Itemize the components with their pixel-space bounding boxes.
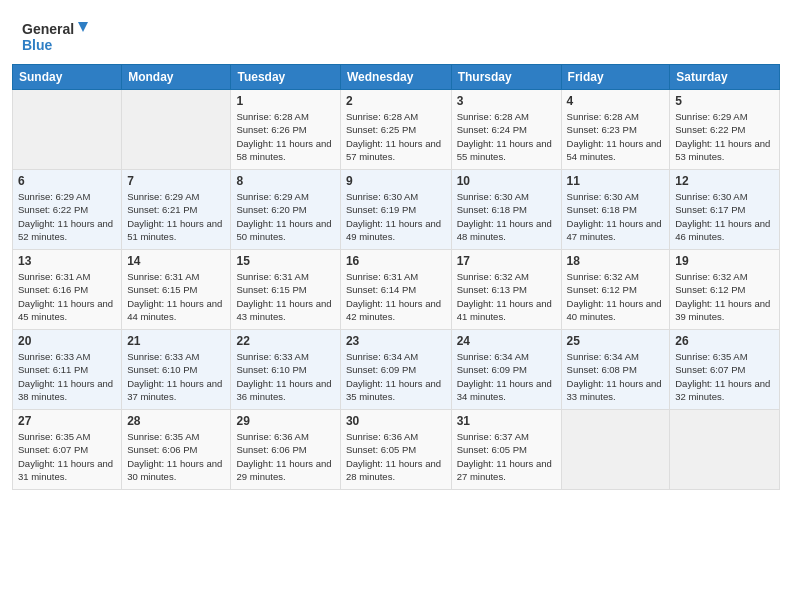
- calendar-cell-3-6: 26Sunrise: 6:35 AMSunset: 6:07 PMDayligh…: [670, 330, 780, 410]
- day-number: 4: [567, 94, 665, 108]
- day-info: Sunrise: 6:29 AMSunset: 6:20 PMDaylight:…: [236, 190, 334, 243]
- week-row-2: 13Sunrise: 6:31 AMSunset: 6:16 PMDayligh…: [13, 250, 780, 330]
- day-info: Sunrise: 6:34 AMSunset: 6:09 PMDaylight:…: [346, 350, 446, 403]
- calendar-cell-0-2: 1Sunrise: 6:28 AMSunset: 6:26 PMDaylight…: [231, 90, 340, 170]
- calendar-cell-0-5: 4Sunrise: 6:28 AMSunset: 6:23 PMDaylight…: [561, 90, 670, 170]
- day-info: Sunrise: 6:33 AMSunset: 6:10 PMDaylight:…: [127, 350, 225, 403]
- page: General Blue SundayMondayTuesdayWednesda…: [0, 0, 792, 612]
- calendar-cell-4-6: [670, 410, 780, 490]
- day-info: Sunrise: 6:28 AMSunset: 6:23 PMDaylight:…: [567, 110, 665, 163]
- calendar-cell-4-2: 29Sunrise: 6:36 AMSunset: 6:06 PMDayligh…: [231, 410, 340, 490]
- calendar-cell-0-6: 5Sunrise: 6:29 AMSunset: 6:22 PMDaylight…: [670, 90, 780, 170]
- day-info: Sunrise: 6:31 AMSunset: 6:14 PMDaylight:…: [346, 270, 446, 323]
- day-number: 17: [457, 254, 556, 268]
- calendar-cell-4-0: 27Sunrise: 6:35 AMSunset: 6:07 PMDayligh…: [13, 410, 122, 490]
- calendar-cell-3-0: 20Sunrise: 6:33 AMSunset: 6:11 PMDayligh…: [13, 330, 122, 410]
- day-number: 27: [18, 414, 116, 428]
- calendar-cell-4-1: 28Sunrise: 6:35 AMSunset: 6:06 PMDayligh…: [122, 410, 231, 490]
- day-info: Sunrise: 6:34 AMSunset: 6:08 PMDaylight:…: [567, 350, 665, 403]
- weekday-header-friday: Friday: [561, 65, 670, 90]
- day-number: 8: [236, 174, 334, 188]
- svg-marker-2: [78, 22, 88, 32]
- day-number: 29: [236, 414, 334, 428]
- day-info: Sunrise: 6:28 AMSunset: 6:25 PMDaylight:…: [346, 110, 446, 163]
- calendar-cell-0-1: [122, 90, 231, 170]
- calendar-cell-1-3: 9Sunrise: 6:30 AMSunset: 6:19 PMDaylight…: [340, 170, 451, 250]
- calendar: SundayMondayTuesdayWednesdayThursdayFrid…: [0, 64, 792, 612]
- week-row-3: 20Sunrise: 6:33 AMSunset: 6:11 PMDayligh…: [13, 330, 780, 410]
- day-number: 10: [457, 174, 556, 188]
- day-info: Sunrise: 6:29 AMSunset: 6:22 PMDaylight:…: [675, 110, 774, 163]
- day-number: 11: [567, 174, 665, 188]
- day-number: 12: [675, 174, 774, 188]
- week-row-1: 6Sunrise: 6:29 AMSunset: 6:22 PMDaylight…: [13, 170, 780, 250]
- calendar-cell-3-3: 23Sunrise: 6:34 AMSunset: 6:09 PMDayligh…: [340, 330, 451, 410]
- day-number: 13: [18, 254, 116, 268]
- weekday-header-wednesday: Wednesday: [340, 65, 451, 90]
- weekday-header-row: SundayMondayTuesdayWednesdayThursdayFrid…: [13, 65, 780, 90]
- day-info: Sunrise: 6:28 AMSunset: 6:24 PMDaylight:…: [457, 110, 556, 163]
- weekday-header-thursday: Thursday: [451, 65, 561, 90]
- day-number: 9: [346, 174, 446, 188]
- day-info: Sunrise: 6:36 AMSunset: 6:06 PMDaylight:…: [236, 430, 334, 483]
- day-info: Sunrise: 6:32 AMSunset: 6:12 PMDaylight:…: [675, 270, 774, 323]
- calendar-cell-1-5: 11Sunrise: 6:30 AMSunset: 6:18 PMDayligh…: [561, 170, 670, 250]
- day-number: 24: [457, 334, 556, 348]
- day-info: Sunrise: 6:28 AMSunset: 6:26 PMDaylight:…: [236, 110, 334, 163]
- day-number: 15: [236, 254, 334, 268]
- day-info: Sunrise: 6:33 AMSunset: 6:10 PMDaylight:…: [236, 350, 334, 403]
- week-row-0: 1Sunrise: 6:28 AMSunset: 6:26 PMDaylight…: [13, 90, 780, 170]
- day-info: Sunrise: 6:30 AMSunset: 6:18 PMDaylight:…: [567, 190, 665, 243]
- day-number: 14: [127, 254, 225, 268]
- calendar-cell-3-2: 22Sunrise: 6:33 AMSunset: 6:10 PMDayligh…: [231, 330, 340, 410]
- weekday-header-monday: Monday: [122, 65, 231, 90]
- day-info: Sunrise: 6:31 AMSunset: 6:15 PMDaylight:…: [236, 270, 334, 323]
- day-number: 25: [567, 334, 665, 348]
- day-number: 6: [18, 174, 116, 188]
- calendar-cell-3-4: 24Sunrise: 6:34 AMSunset: 6:09 PMDayligh…: [451, 330, 561, 410]
- day-info: Sunrise: 6:30 AMSunset: 6:18 PMDaylight:…: [457, 190, 556, 243]
- day-number: 19: [675, 254, 774, 268]
- day-number: 2: [346, 94, 446, 108]
- calendar-cell-4-3: 30Sunrise: 6:36 AMSunset: 6:05 PMDayligh…: [340, 410, 451, 490]
- logo-svg: General Blue: [20, 16, 90, 56]
- day-number: 7: [127, 174, 225, 188]
- calendar-cell-4-5: [561, 410, 670, 490]
- calendar-cell-1-1: 7Sunrise: 6:29 AMSunset: 6:21 PMDaylight…: [122, 170, 231, 250]
- day-info: Sunrise: 6:29 AMSunset: 6:21 PMDaylight:…: [127, 190, 225, 243]
- day-info: Sunrise: 6:33 AMSunset: 6:11 PMDaylight:…: [18, 350, 116, 403]
- calendar-cell-2-6: 19Sunrise: 6:32 AMSunset: 6:12 PMDayligh…: [670, 250, 780, 330]
- calendar-cell-0-3: 2Sunrise: 6:28 AMSunset: 6:25 PMDaylight…: [340, 90, 451, 170]
- calendar-table: SundayMondayTuesdayWednesdayThursdayFrid…: [12, 64, 780, 490]
- day-number: 31: [457, 414, 556, 428]
- day-info: Sunrise: 6:35 AMSunset: 6:06 PMDaylight:…: [127, 430, 225, 483]
- day-info: Sunrise: 6:31 AMSunset: 6:16 PMDaylight:…: [18, 270, 116, 323]
- day-number: 5: [675, 94, 774, 108]
- day-number: 22: [236, 334, 334, 348]
- day-info: Sunrise: 6:32 AMSunset: 6:12 PMDaylight:…: [567, 270, 665, 323]
- svg-text:Blue: Blue: [22, 37, 53, 53]
- calendar-cell-2-4: 17Sunrise: 6:32 AMSunset: 6:13 PMDayligh…: [451, 250, 561, 330]
- calendar-cell-1-0: 6Sunrise: 6:29 AMSunset: 6:22 PMDaylight…: [13, 170, 122, 250]
- calendar-cell-2-2: 15Sunrise: 6:31 AMSunset: 6:15 PMDayligh…: [231, 250, 340, 330]
- calendar-cell-2-1: 14Sunrise: 6:31 AMSunset: 6:15 PMDayligh…: [122, 250, 231, 330]
- day-info: Sunrise: 6:30 AMSunset: 6:17 PMDaylight:…: [675, 190, 774, 243]
- day-number: 16: [346, 254, 446, 268]
- weekday-header-saturday: Saturday: [670, 65, 780, 90]
- header: General Blue: [0, 0, 792, 64]
- calendar-cell-1-2: 8Sunrise: 6:29 AMSunset: 6:20 PMDaylight…: [231, 170, 340, 250]
- day-info: Sunrise: 6:29 AMSunset: 6:22 PMDaylight:…: [18, 190, 116, 243]
- calendar-cell-1-6: 12Sunrise: 6:30 AMSunset: 6:17 PMDayligh…: [670, 170, 780, 250]
- day-number: 28: [127, 414, 225, 428]
- day-info: Sunrise: 6:32 AMSunset: 6:13 PMDaylight:…: [457, 270, 556, 323]
- day-info: Sunrise: 6:37 AMSunset: 6:05 PMDaylight:…: [457, 430, 556, 483]
- day-number: 23: [346, 334, 446, 348]
- day-number: 21: [127, 334, 225, 348]
- day-number: 1: [236, 94, 334, 108]
- calendar-cell-4-4: 31Sunrise: 6:37 AMSunset: 6:05 PMDayligh…: [451, 410, 561, 490]
- day-number: 20: [18, 334, 116, 348]
- day-info: Sunrise: 6:36 AMSunset: 6:05 PMDaylight:…: [346, 430, 446, 483]
- day-info: Sunrise: 6:35 AMSunset: 6:07 PMDaylight:…: [18, 430, 116, 483]
- svg-text:General: General: [22, 21, 74, 37]
- weekday-header-sunday: Sunday: [13, 65, 122, 90]
